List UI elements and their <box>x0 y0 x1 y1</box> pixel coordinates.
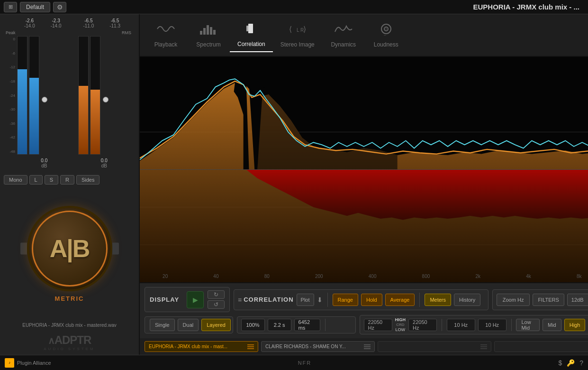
meter-bar-l1[interactable] <box>17 36 27 155</box>
spectrum-chart <box>140 57 588 282</box>
tab-stereo-label: Stereo Image <box>280 41 315 48</box>
tab-dynamics[interactable]: Dynamics <box>322 18 365 52</box>
meter-knob-left[interactable] <box>42 97 47 102</box>
history-btn[interactable]: History <box>454 294 480 306</box>
meter-knob-right[interactable] <box>103 97 109 102</box>
peak-l1: -2.6 <box>17 18 42 23</box>
track-empty-4 <box>494 341 588 352</box>
bottom-bar: ♪ Plugin Alliance NFR $ 🔑 ? <box>0 355 588 370</box>
crd-label: CRD <box>396 323 404 327</box>
default-button[interactable]: Default <box>20 2 50 12</box>
db-val-left: 0.0 <box>15 158 73 163</box>
plot-select[interactable]: Plot <box>297 294 314 306</box>
tab-correlation-label: Correlation <box>237 41 265 47</box>
gear-button[interactable]: ⚙ <box>53 2 66 12</box>
meters-section: -2.6 -14.0 -2.3 -14.0 -6.5 -11.0 <box>0 14 139 172</box>
low-hz1: 10 Hz <box>447 319 475 331</box>
spectrum-icon <box>199 22 218 38</box>
single-btn[interactable]: Single <box>150 319 175 331</box>
nav-tabs: Playback Spectrum <box>140 14 588 57</box>
hold-btn[interactable]: Hold <box>361 294 382 306</box>
meters-btn[interactable]: Meters <box>425 294 451 306</box>
track-menu-2[interactable] <box>364 344 371 349</box>
ab-connector-right <box>112 243 119 255</box>
refresh-btn-2[interactable]: ↺ <box>208 300 225 309</box>
average-btn[interactable]: Average <box>385 294 415 306</box>
mono-button[interactable]: Mono <box>4 175 27 185</box>
filters-btn[interactable]: FILTERS <box>533 294 564 306</box>
meter-bar-r1[interactable] <box>78 36 89 155</box>
tracks-section: EUPHORIA - JRMX club mix - mast... CLAIR… <box>140 338 588 355</box>
rms-l2: -14.0 <box>44 23 69 28</box>
correlation-icon <box>244 22 258 38</box>
key-icon[interactable]: 🔑 <box>567 359 575 367</box>
bottom-icons: $ 🔑 ? <box>558 359 583 367</box>
tab-correlation[interactable]: Correlation <box>230 18 273 52</box>
hamburger-icon[interactable]: ≡ <box>238 296 242 304</box>
ab-knob[interactable]: A|B <box>27 206 112 291</box>
pa-logo: ♪ Plugin Alliance <box>5 358 51 368</box>
window-icon-btn[interactable]: ⊞ <box>4 2 17 12</box>
layered-btn[interactable]: Layered <box>201 319 231 331</box>
bottom-controls: DISPLAY ▶ ↻ ↺ ≡ CORRELATION Plot <box>140 282 588 338</box>
display-label: DISPLAY <box>150 296 183 303</box>
svg-rect-1 <box>203 28 206 35</box>
sides-button[interactable]: Sides <box>76 175 100 185</box>
svg-rect-4 <box>213 30 216 35</box>
db-select[interactable]: 12dB <box>567 294 588 306</box>
refresh-btn-1[interactable]: ↻ <box>208 290 225 299</box>
track-empty-3 <box>378 341 491 352</box>
adptr-sub: AUDIO SYSTEM <box>4 347 135 351</box>
track-item-1[interactable]: EUPHORIA - JRMX club mix - mast... <box>145 341 258 352</box>
tab-dynamics-label: Dynamics <box>331 41 356 48</box>
tab-spectrum-label: Spectrum <box>196 41 220 48</box>
meter-bar-l2[interactable] <box>29 36 39 155</box>
db-unit-left: dB <box>15 163 73 168</box>
track-name-1: EUPHORIA - JRMX club mix - mast... <box>149 344 245 349</box>
peak-r2: -6.5 <box>102 18 127 23</box>
rms-r1: -11.0 <box>76 23 101 28</box>
ab-connector-left <box>20 243 27 255</box>
pa-icon: ♪ <box>5 358 14 368</box>
window-title: EUPHORIA - JRMX club mix - ... <box>66 3 584 11</box>
rms-r2: -11.3 <box>102 23 127 28</box>
left-panel: -2.6 -14.0 -2.3 -14.0 -6.5 -11.0 <box>0 14 140 355</box>
track-item-2[interactable]: CLAIRE RICHARDS - SHAME ON Y... <box>261 341 375 352</box>
controls-row1: DISPLAY ▶ ↻ ↺ ≡ CORRELATION Plot <box>145 287 588 312</box>
help-icon[interactable]: ? <box>579 359 583 367</box>
ab-ring: A|B <box>32 211 108 287</box>
pa-text: Plugin Alliance <box>17 360 51 366</box>
dollar-icon[interactable]: $ <box>558 359 562 367</box>
low-label: LOW <box>396 327 406 332</box>
svg-rect-6 <box>246 26 248 31</box>
range-btn[interactable]: Range <box>333 294 358 306</box>
zoom-hz-btn[interactable]: Zoom Hz <box>497 294 530 306</box>
play-button[interactable]: ▶ <box>187 291 204 308</box>
high-hz2: 22050 Hz <box>408 319 437 331</box>
mid-filter-btn[interactable]: Mid <box>543 319 561 331</box>
db-unit-right: dB <box>75 163 134 168</box>
stereo-image-icon: ⟨ L R ⟩ <box>288 22 307 38</box>
top-bar: ⊞ Default ⚙ EUPHORIA - JRMX club mix - .… <box>0 0 588 14</box>
svg-text:⟨: ⟨ <box>289 25 292 33</box>
r-button[interactable]: R <box>60 175 74 185</box>
tab-playback[interactable]: Playback <box>145 18 187 52</box>
main-layout: -2.6 -14.0 -2.3 -14.0 -6.5 -11.0 <box>0 14 588 355</box>
top-bar-left: ⊞ Default ⚙ <box>4 2 66 12</box>
rms-l1: -14.0 <box>17 23 42 28</box>
track-menu-1[interactable] <box>247 344 254 349</box>
s-button[interactable]: S <box>45 175 58 185</box>
meter-bar-r2[interactable] <box>90 36 100 155</box>
high-filter-btn[interactable]: High <box>564 319 586 331</box>
svg-rect-2 <box>207 25 209 35</box>
tab-loudness[interactable]: ◎ Loudness <box>365 18 407 52</box>
lowmid-filter-btn[interactable]: Low Mid <box>516 319 540 331</box>
l-button[interactable]: L <box>29 175 43 185</box>
svg-rect-3 <box>210 27 212 35</box>
dropdown-icon[interactable]: ⬇ <box>317 296 323 304</box>
tab-spectrum[interactable]: Spectrum <box>187 18 230 52</box>
dual-btn[interactable]: Dual <box>178 319 199 331</box>
adptr-logo-text: ADPTR <box>54 333 91 346</box>
tab-stereo-image[interactable]: ⟨ L R ⟩ Stereo Image <box>273 18 322 52</box>
meter-scale: 0 -6 -12 -18 -24 -30 -36 -42 -48 <box>6 36 15 155</box>
